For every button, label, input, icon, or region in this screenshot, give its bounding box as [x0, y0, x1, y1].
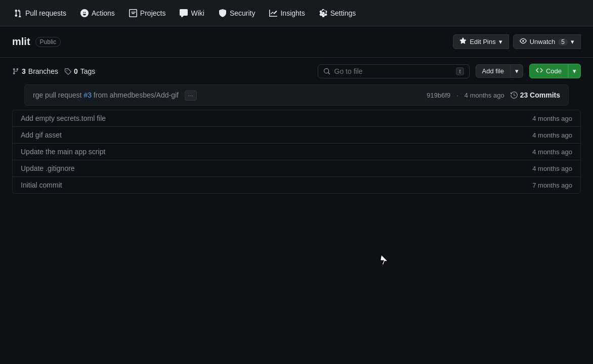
- unwatch-group: Unwatch 5 ▾: [513, 34, 581, 49]
- top-navigation: Pull requests Actions Projects Wiki: [0, 0, 593, 26]
- code-button[interactable]: Code: [529, 64, 568, 78]
- table-row: Add empty secrets.toml file 4 months ago: [13, 110, 580, 127]
- file-commit-msg-1: Add gif asset: [21, 131, 532, 139]
- nav-item-pull-requests[interactable]: Pull requests: [8, 5, 72, 21]
- commit-row: rge pull request #3 from ahmedbesbes/Add…: [24, 84, 569, 106]
- star-icon: [459, 37, 467, 46]
- unwatch-count: 5: [558, 38, 568, 46]
- file-time-2: 4 months ago: [532, 148, 572, 156]
- table-row: Update .gitignore 4 months ago: [13, 160, 580, 177]
- nav-label-actions: Actions: [92, 9, 115, 17]
- file-time-1: 4 months ago: [532, 131, 572, 139]
- insights-icon: [269, 9, 277, 17]
- tags-link[interactable]: 0 Tags: [64, 67, 95, 75]
- file-commit-msg-2: Update the main app script: [21, 148, 532, 156]
- nav-item-wiki[interactable]: Wiki: [174, 5, 210, 21]
- pr-icon: [14, 9, 22, 17]
- code-group: Code ▾: [529, 64, 581, 78]
- edit-pins-label: Edit Pins: [470, 38, 495, 46]
- security-icon: [219, 9, 227, 17]
- tags-label: Tags: [80, 67, 96, 75]
- actions-icon: [80, 9, 89, 17]
- commit-time: 4 months ago: [464, 92, 504, 99]
- eye-icon: [520, 37, 527, 46]
- code-caret[interactable]: ▾: [568, 64, 581, 78]
- projects-icon: [129, 9, 137, 17]
- file-time-0: 4 months ago: [532, 115, 572, 122]
- tags-count: 0: [74, 67, 78, 75]
- file-navigation-bar: 3 Branches 0 Tags t Add file ▾: [0, 58, 593, 84]
- nav-label-insights: Insights: [280, 9, 305, 17]
- file-time-4: 7 months ago: [532, 181, 572, 189]
- add-file-label: Add file: [482, 67, 504, 75]
- unwatch-button[interactable]: Unwatch 5 ▾: [513, 34, 581, 49]
- search-kbd: t: [456, 67, 463, 75]
- commit-pr-link[interactable]: #3: [83, 91, 92, 99]
- code-icon: [536, 67, 543, 75]
- repo-name: mlit: [12, 36, 30, 48]
- add-file-button[interactable]: Add file: [476, 64, 511, 78]
- branches-count: 3: [22, 67, 26, 75]
- commit-hash: 919b6f9: [427, 92, 450, 99]
- nav-item-security[interactable]: Security: [213, 5, 262, 21]
- chevron-down-icon: ▾: [499, 38, 502, 46]
- visibility-badge: Public: [35, 37, 61, 47]
- add-file-group: Add file ▾: [476, 64, 523, 78]
- commits-count: 23 Commits: [520, 91, 560, 99]
- branches-label: Branches: [28, 67, 58, 75]
- commits-link[interactable]: 23 Commits: [511, 91, 560, 99]
- nav-label-projects: Projects: [140, 9, 166, 17]
- table-row: Initial commit 7 months ago: [13, 177, 580, 193]
- nav-label-settings: Settings: [330, 9, 356, 17]
- edit-pins-group: Edit Pins ▾: [453, 34, 509, 49]
- commit-message-prefix: rge pull request: [33, 91, 83, 99]
- commit-meta: 919b6f9 · 4 months ago 23 Commits: [427, 91, 560, 99]
- unwatch-label: Unwatch: [530, 38, 556, 46]
- branches-link[interactable]: 3 Branches: [12, 67, 58, 75]
- commit-dots[interactable]: ···: [185, 90, 197, 101]
- nav-label-wiki: Wiki: [191, 9, 204, 17]
- nav-label-pull-requests: Pull requests: [25, 9, 66, 17]
- nav-item-insights[interactable]: Insights: [263, 5, 311, 21]
- branches-tags-area: 3 Branches 0 Tags: [12, 67, 95, 75]
- file-table: Add empty secrets.toml file 4 months ago…: [12, 110, 581, 194]
- file-commit-msg-3: Update .gitignore: [21, 164, 532, 172]
- file-time-3: 4 months ago: [532, 165, 572, 172]
- code-label: Code: [546, 67, 562, 75]
- commit-message-suffix: from ahmedbesbes/Add-gif: [92, 91, 179, 99]
- nav-item-settings[interactable]: Settings: [313, 5, 362, 21]
- repo-header: mlit Public Edit Pins ▾: [0, 26, 593, 58]
- file-commit-msg-0: Add empty secrets.toml file: [21, 114, 532, 122]
- chevron-down-icon-2: ▾: [571, 38, 574, 46]
- repo-title-area: mlit Public: [12, 36, 61, 48]
- edit-pins-button[interactable]: Edit Pins ▾: [453, 34, 509, 49]
- table-row: Update the main app script 4 months ago: [13, 144, 580, 160]
- search-box[interactable]: t: [318, 64, 470, 78]
- commit-message: rge pull request #3 from ahmedbesbes/Add…: [33, 91, 427, 99]
- file-commit-msg-4: Initial commit: [21, 181, 532, 189]
- repo-actions: Edit Pins ▾ Unwatch 5 ▾: [453, 34, 581, 49]
- nav-label-security: Security: [230, 9, 256, 17]
- table-row: Add gif asset 4 months ago: [13, 127, 580, 144]
- add-file-caret[interactable]: ▾: [511, 64, 523, 78]
- mouse-cursor: [378, 253, 391, 268]
- wiki-icon: [180, 9, 188, 17]
- settings-icon: [319, 9, 327, 17]
- nav-item-projects[interactable]: Projects: [123, 5, 172, 21]
- search-input[interactable]: [334, 67, 452, 75]
- nav-item-actions[interactable]: Actions: [74, 5, 121, 21]
